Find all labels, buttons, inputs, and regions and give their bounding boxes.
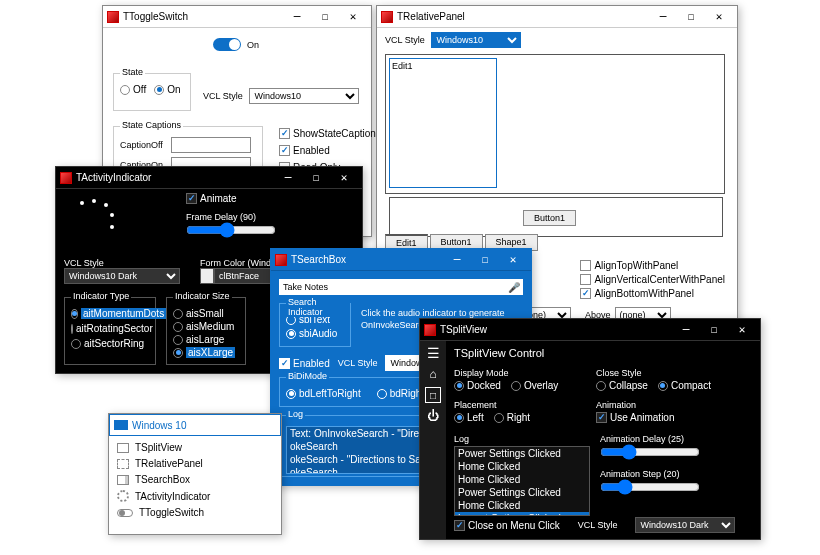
vcl-style-select[interactable]: Windows10: [431, 32, 521, 48]
log-item: Home Clicked: [455, 460, 589, 473]
button1[interactable]: Button1: [523, 210, 576, 226]
anim-delay-label: Animation Delay (25): [600, 434, 684, 444]
type-momentum-radio[interactable]: aitMomentumDots: [71, 308, 149, 319]
overlay-radio[interactable]: Overlay: [511, 380, 558, 391]
bidi-title: BiDiMode: [286, 371, 329, 381]
vcl-style-label: VCL Style: [64, 258, 104, 268]
show-state-check[interactable]: ShowStateCaptions: [279, 128, 381, 139]
state-on-radio[interactable]: On: [154, 84, 180, 95]
left-radio[interactable]: Left: [454, 412, 484, 423]
minimize-button[interactable]: ─: [672, 320, 700, 340]
size-small-radio[interactable]: aisSmall: [173, 308, 239, 319]
home-icon[interactable]: ⌂: [429, 367, 436, 381]
ltr-radio[interactable]: bdLeftToRight: [286, 388, 361, 399]
close-button[interactable]: ✕: [339, 7, 367, 27]
activity-icon: [117, 490, 129, 502]
mic-icon[interactable]: 🎤: [505, 279, 523, 295]
caption-off-label: CaptionOff: [120, 140, 168, 150]
sbi-audio-radio[interactable]: sbiAudio: [286, 328, 344, 339]
search-indicator-title: Search Indicator: [286, 297, 350, 317]
titlebar[interactable]: TToggleSwitch ─ ☐ ✕: [103, 6, 371, 28]
minimize-button[interactable]: ─: [283, 7, 311, 27]
log-item: Layout Options Clicked: [455, 512, 589, 516]
size-xlarge-radio[interactable]: aisXLarge: [173, 347, 239, 358]
log-title: Log: [286, 409, 305, 419]
compact-radio[interactable]: Compact: [658, 380, 711, 391]
window-title: TSearchBox: [291, 254, 443, 265]
close-button[interactable]: ✕: [705, 7, 733, 27]
align-top-check[interactable]: AlignTopWithPanel: [580, 260, 725, 271]
search-input[interactable]: [279, 279, 505, 295]
maximize-button[interactable]: ☐: [311, 7, 339, 27]
legend-item: TRelativePanel: [117, 458, 273, 469]
maximize-button[interactable]: ☐: [471, 250, 499, 270]
anim-delay-slider[interactable]: [600, 444, 700, 460]
close-button[interactable]: ✕: [728, 320, 756, 340]
hamburger-icon[interactable]: ☰: [427, 345, 440, 361]
power-icon[interactable]: ⏻: [427, 409, 439, 423]
animation-label: Animation: [596, 400, 636, 410]
vcl-style-label: VCL Style: [578, 520, 618, 530]
enabled-check[interactable]: Enabled: [279, 145, 381, 156]
size-medium-radio[interactable]: aisMedium: [173, 321, 239, 332]
anim-step-label: Animation Step (20): [600, 469, 680, 479]
type-sector-radio[interactable]: aitSectorRing: [71, 338, 149, 349]
titlebar[interactable]: TActivityIndicator ─ ☐ ✕: [56, 167, 362, 189]
minimize-button[interactable]: ─: [649, 7, 677, 27]
log-item: Home Clicked: [455, 499, 589, 512]
maximize-button[interactable]: ☐: [677, 7, 705, 27]
edit1-text[interactable]: Edit1: [390, 59, 415, 73]
titlebar[interactable]: TRelativePanel ─ ☐ ✕: [377, 6, 737, 28]
docked-radio[interactable]: Docked: [454, 380, 501, 391]
indicator-size-title: Indicator Size: [173, 291, 232, 301]
vcl-style-select[interactable]: Windows10 Dark: [64, 268, 180, 284]
indicator-type-title: Indicator Type: [71, 291, 131, 301]
anim-step-slider[interactable]: [600, 479, 700, 495]
minimize-button[interactable]: ─: [443, 250, 471, 270]
titlebar[interactable]: TSplitView ─ ☐ ✕: [420, 319, 760, 341]
legend-window: Windows 10 TSplitView TRelativePanel TSe…: [108, 413, 282, 535]
titlebar[interactable]: TSearchBox ─ ☐ ✕: [271, 249, 531, 271]
titlebar[interactable]: Windows 10: [109, 414, 281, 436]
dot-icon: [110, 225, 114, 229]
app-icon: [381, 11, 393, 23]
vcl-style-label: VCL Style: [385, 35, 425, 45]
state-off-radio[interactable]: Off: [120, 84, 146, 95]
maximize-button[interactable]: ☐: [302, 168, 330, 188]
log-label: Log: [454, 434, 469, 444]
maximize-button[interactable]: ☐: [700, 320, 728, 340]
log-item: Power Settings Clicked: [455, 486, 589, 499]
frame-delay-label: Frame Delay (90): [186, 212, 256, 222]
layout-icon[interactable]: □: [425, 387, 441, 403]
right-radio[interactable]: Right: [494, 412, 530, 423]
align-bottom-check[interactable]: AlignBottomWithPanel: [580, 288, 725, 299]
minimize-button[interactable]: ─: [274, 168, 302, 188]
align-vc-check[interactable]: AlignVerticalCenterWithPanel: [580, 274, 725, 285]
log-item: Power Settings Clicked: [455, 447, 589, 460]
dot-icon: [104, 203, 108, 207]
legend-title: Windows 10: [132, 420, 276, 431]
animate-check[interactable]: Animate: [186, 193, 237, 204]
caption-off-input[interactable]: [171, 137, 251, 153]
size-large-radio[interactable]: aisLarge: [173, 334, 239, 345]
placement-label: Placement: [454, 400, 497, 410]
dot-icon: [110, 213, 114, 217]
frame-delay-slider[interactable]: [186, 222, 276, 238]
close-menu-check[interactable]: Close on Menu Click: [454, 520, 560, 531]
vcl-style-label: VCL Style: [338, 358, 378, 368]
heading: TSplitView Control: [454, 347, 544, 359]
vcl-style-select[interactable]: Windows10 Dark: [635, 517, 735, 533]
window-title: TActivityIndicator: [76, 172, 274, 183]
search-enabled-check[interactable]: Enabled: [279, 358, 330, 369]
vcl-style-select[interactable]: Windows10: [249, 88, 359, 104]
type-rotating-radio[interactable]: aitRotatingSector: [71, 323, 149, 334]
state-group-title: State: [120, 67, 145, 77]
toggle-switch[interactable]: [213, 38, 241, 51]
collapse-radio[interactable]: Collapse: [596, 380, 648, 391]
close-button[interactable]: ✕: [499, 250, 527, 270]
use-anim-check[interactable]: Use Animation: [596, 412, 716, 423]
app-icon: [60, 172, 72, 184]
window-title: TToggleSwitch: [123, 11, 283, 22]
close-button[interactable]: ✕: [330, 168, 358, 188]
splitview-icon: [117, 443, 129, 453]
